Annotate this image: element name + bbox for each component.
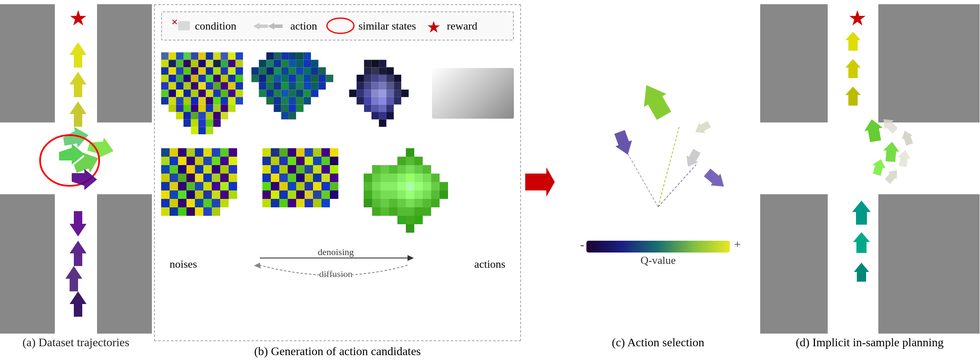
- svg-rect-306: [313, 165, 321, 174]
- panel-a-label: (a) Dataset trajectories: [0, 336, 152, 349]
- svg-rect-366: [397, 157, 406, 165]
- svg-rect-367: [397, 165, 406, 174]
- svg-rect-122: [251, 67, 259, 75]
- svg-rect-200: [364, 97, 372, 105]
- svg-rect-20: [176, 60, 184, 68]
- svg-point-5: [327, 18, 354, 33]
- svg-rect-403: [440, 190, 448, 199]
- svg-rect-34: [198, 67, 206, 75]
- svg-text:-: -: [580, 238, 584, 251]
- svg-rect-275: [161, 207, 170, 216]
- svg-rect-246: [212, 174, 220, 182]
- svg-rect-263: [203, 190, 212, 199]
- svg-marker-418: [611, 129, 636, 158]
- svg-rect-293: [279, 157, 288, 165]
- svg-rect-123: [259, 67, 267, 75]
- svg-rect-289: [321, 148, 330, 157]
- svg-rect-158: [303, 90, 311, 97]
- svg-rect-313: [296, 174, 305, 182]
- svg-rect-273: [212, 199, 220, 207]
- svg-rect-242: [178, 174, 186, 182]
- svg-rect-387: [414, 182, 423, 190]
- svg-rect-21: [184, 60, 191, 68]
- svg-rect-298: [321, 157, 330, 165]
- svg-rect-235: [195, 165, 203, 174]
- svg-rect-227: [203, 157, 212, 165]
- svg-text:★: ★: [427, 18, 441, 35]
- svg-rect-373: [397, 216, 406, 224]
- svg-rect-392: [423, 165, 431, 174]
- svg-rect-322: [296, 182, 305, 190]
- svg-rect-164: [296, 97, 304, 105]
- svg-rect-188: [379, 82, 386, 90]
- svg-rect-52: [169, 82, 176, 90]
- svg-rect-201: [372, 97, 379, 105]
- svg-rect-46: [206, 75, 213, 82]
- svg-rect-195: [379, 90, 386, 97]
- svg-rect-179: [356, 75, 364, 82]
- svg-rect-360: [389, 165, 397, 174]
- svg-rect-117: [281, 60, 289, 68]
- svg-rect-86: [184, 104, 191, 112]
- svg-marker-3: [253, 23, 268, 30]
- arrow-yellow-3: [70, 101, 86, 127]
- svg-rect-130: [311, 67, 319, 75]
- svg-rect-232: [170, 165, 178, 174]
- svg-rect-49: [228, 75, 236, 82]
- svg-rect-359: [381, 207, 389, 216]
- svg-rect-140: [311, 75, 319, 82]
- svg-rect-11: [191, 52, 199, 60]
- svg-rect-202: [379, 97, 386, 105]
- svg-rect-259: [170, 190, 178, 199]
- svg-rect-272: [203, 199, 212, 207]
- legend-box: condition action similar states: [161, 11, 514, 41]
- svg-text:denoising: denoising: [318, 247, 354, 257]
- arrow-yellow-2: [70, 72, 86, 97]
- svg-rect-285: [288, 148, 296, 157]
- svg-rect-329: [279, 190, 288, 199]
- svg-marker-420: [692, 119, 713, 137]
- svg-rect-124: [266, 67, 274, 75]
- svg-rect-239: [229, 165, 237, 174]
- svg-rect-99: [221, 112, 228, 120]
- svg-rect-88: [198, 104, 206, 112]
- svg-rect-143: [259, 82, 267, 90]
- arrow-purple-2: [70, 241, 86, 266]
- svg-rect-212: [379, 120, 386, 127]
- svg-rect-50: [235, 75, 243, 82]
- noises-label: noises: [170, 258, 197, 271]
- svg-rect-254: [203, 182, 212, 190]
- svg-rect-379: [406, 190, 414, 199]
- svg-rect-261: [186, 190, 195, 199]
- svg-rect-159: [311, 90, 319, 97]
- svg-rect-206: [372, 104, 379, 112]
- svg-rect-222: [161, 157, 170, 165]
- svg-rect-211: [386, 112, 394, 120]
- svg-rect-63: [169, 90, 176, 97]
- svg-rect-145: [274, 82, 281, 90]
- svg-rect-205: [364, 104, 372, 112]
- svg-rect-176: [372, 67, 379, 75]
- svg-rect-56: [198, 82, 206, 90]
- panel-d: ★: [759, 0, 980, 364]
- svg-rect-297: [313, 157, 321, 165]
- svg-rect-376: [406, 165, 414, 174]
- svg-marker-435: [854, 263, 869, 282]
- svg-rect-375: [406, 157, 414, 165]
- svg-rect-401: [431, 199, 440, 207]
- svg-rect-115: [266, 60, 274, 68]
- svg-rect-339: [288, 199, 296, 207]
- svg-marker-432: [870, 158, 887, 177]
- svg-rect-156: [289, 90, 296, 97]
- svg-rect-93: [176, 112, 184, 120]
- svg-rect-309: [262, 174, 271, 182]
- panel-a-inner: ★: [0, 4, 152, 334]
- svg-rect-95: [191, 112, 199, 120]
- svg-rect-327: [262, 190, 271, 199]
- svg-rect-192: [356, 90, 364, 97]
- svg-rect-87: [191, 104, 199, 112]
- svg-rect-102: [198, 120, 206, 127]
- svg-rect-18: [161, 60, 169, 68]
- action-label: action: [290, 20, 317, 33]
- svg-rect-356: [381, 182, 389, 190]
